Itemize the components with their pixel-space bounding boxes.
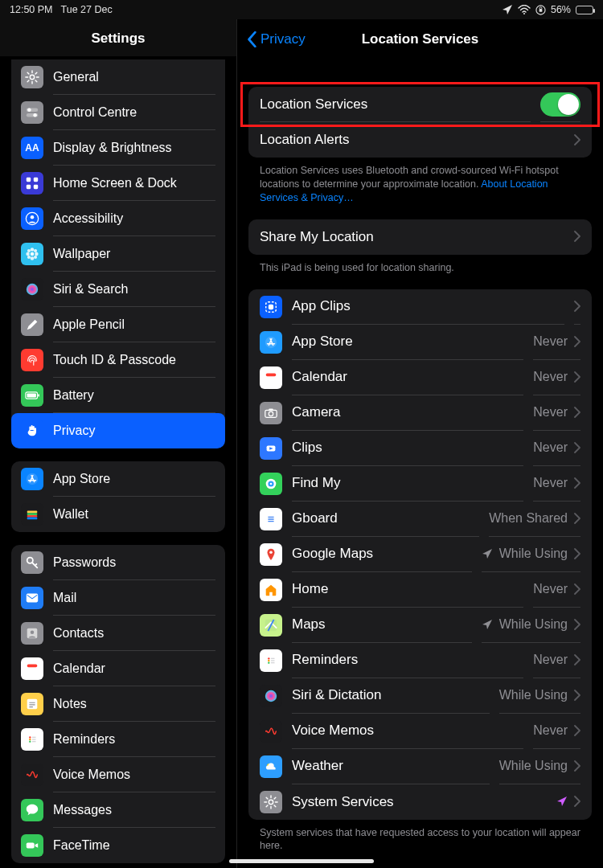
calendar-app-icon: [21, 657, 43, 680]
sidebar-item-label: Wallet: [53, 507, 88, 522]
sidebar-item-label: Notes: [53, 697, 87, 711]
row-loc-services[interactable]: Location Services: [248, 87, 592, 122]
app-label: Voice Memos: [292, 723, 374, 739]
sidebar-item-home-screen[interactable]: Home Screen & Dock: [11, 166, 225, 201]
app-row-gmaps[interactable]: Google MapsWhile Using: [248, 537, 592, 572]
app-label: Siri & Dictation: [292, 687, 381, 703]
chevron-right-icon: [574, 231, 580, 242]
sidebar-item-facetime[interactable]: FaceTime: [11, 828, 225, 863]
chevron-right-icon: [574, 134, 580, 145]
app-row-home[interactable]: HomeNever: [248, 572, 592, 608]
chevron-right-icon: [574, 548, 580, 559]
chevron-right-icon: [574, 301, 580, 312]
sidebar-item-calendar-app[interactable]: Calendar: [11, 651, 225, 686]
chevron-right-icon: [574, 513, 580, 524]
app-row-calendar[interactable]: CalendarNever: [248, 360, 592, 395]
battery-pct: 56%: [551, 4, 571, 15]
app-status: While Using: [499, 547, 568, 561]
app-status: Never: [533, 370, 568, 384]
app-row-clips[interactable]: ClipsNever: [248, 431, 592, 466]
sidebar-item-accessibility[interactable]: Accessibility: [11, 201, 225, 236]
app-label: Camera: [292, 404, 340, 420]
reminders-app-icon: [21, 728, 43, 751]
sidebar-item-reminders-app[interactable]: Reminders: [11, 722, 225, 757]
chevron-right-icon: [574, 760, 580, 772]
sidebar-item-touchid[interactable]: Touch ID & Passcode: [11, 342, 225, 378]
status-time: 12:50 PM: [10, 4, 53, 15]
app-label: Home: [292, 581, 328, 597]
app-row-voicememos[interactable]: Voice MemosNever: [248, 714, 592, 749]
app-row-findmy[interactable]: Find MyNever: [248, 466, 592, 502]
app-row-reminders[interactable]: RemindersNever: [248, 643, 592, 678]
control-centre-icon: [21, 101, 43, 124]
status-date: Tue 27 Dec: [61, 4, 113, 15]
appstore2-icon: [260, 331, 282, 354]
chevron-right-icon: [574, 442, 580, 453]
appstore-icon: [21, 468, 43, 490]
apps-footer-text: System services that have requested acce…: [248, 820, 592, 854]
sidebar-item-general[interactable]: General: [11, 59, 225, 95]
sidebar-item-privacy[interactable]: Privacy: [11, 413, 225, 448]
chevron-right-icon: [574, 654, 580, 665]
app-row-camera[interactable]: CameraNever: [248, 395, 592, 431]
home-screen-icon: [21, 172, 43, 194]
app-status: Never: [533, 476, 568, 490]
app-label: System Services: [292, 794, 394, 810]
chevron-right-icon: [574, 690, 580, 701]
sidebar-item-wallet[interactable]: Wallet: [11, 497, 225, 532]
chevron-right-icon: [574, 619, 580, 630]
findmy-icon: [260, 473, 282, 495]
sidebar-item-battery[interactable]: Battery: [11, 378, 225, 413]
chevron-right-icon: [574, 583, 580, 595]
sidebar-item-siri[interactable]: Siri & Search: [11, 272, 225, 307]
sidebar-item-label: Display & Brightness: [53, 141, 172, 155]
rotation-lock-icon: [535, 5, 546, 15]
sidebar-item-messages[interactable]: Messages: [11, 792, 225, 828]
system-icon: [260, 791, 282, 813]
chevron-right-icon: [574, 336, 580, 347]
sidebar-item-contacts[interactable]: Contacts: [11, 616, 225, 651]
sidebar-item-passwords[interactable]: Passwords: [11, 545, 225, 580]
pencil-icon: [21, 313, 43, 336]
home-indicator[interactable]: [229, 859, 374, 863]
sidebar-item-voice-memos-app[interactable]: Voice Memos: [11, 757, 225, 792]
sidebar-item-notes[interactable]: Notes: [11, 686, 225, 722]
sidebar-item-display[interactable]: AADisplay & Brightness: [11, 130, 225, 166]
sidebar-item-pencil[interactable]: Apple Pencil: [11, 307, 225, 342]
sidebar-item-wallpaper[interactable]: Wallpaper: [11, 236, 225, 272]
app-status: When Shared: [489, 511, 568, 526]
row-label: Share My Location: [260, 229, 374, 245]
sidebar-item-appstore[interactable]: App Store: [11, 461, 225, 497]
app-row-appstore2[interactable]: App StoreNever: [248, 325, 592, 360]
app-label: Weather: [292, 758, 343, 774]
app-row-system[interactable]: System Services: [248, 784, 592, 820]
sidebar-item-mail[interactable]: Mail: [11, 580, 225, 616]
app-row-gboard[interactable]: GboardWhen Shared: [248, 502, 592, 537]
location-arrow-icon: [502, 4, 513, 15]
row-share-location[interactable]: Share My Location: [248, 219, 592, 255]
app-label: Clips: [292, 440, 322, 456]
app-status: While Using: [499, 759, 568, 773]
row-loc-alerts[interactable]: Location Alerts: [248, 122, 592, 158]
home-icon: [260, 579, 282, 601]
app-row-siri2[interactable]: Siri & DictationWhile Using: [248, 678, 592, 714]
chevron-right-icon: [574, 477, 580, 489]
app-row-appclips[interactable]: App Clips: [248, 289, 592, 325]
location-services-toggle[interactable]: [540, 92, 580, 117]
clips-icon: [260, 437, 282, 460]
sidebar-item-control-centre[interactable]: Control Centre: [11, 95, 225, 130]
chevron-right-icon: [574, 407, 580, 418]
app-row-maps[interactable]: MapsWhile Using: [248, 608, 592, 643]
app-row-weather[interactable]: WeatherWhile Using: [248, 749, 592, 784]
messages-icon: [21, 799, 43, 821]
app-status: While Using: [499, 617, 568, 632]
calendar-icon: [260, 366, 282, 389]
weather-icon: [260, 755, 282, 778]
sidebar-item-label: General: [53, 70, 99, 84]
back-button[interactable]: Privacy: [247, 31, 306, 47]
general-icon: [21, 66, 43, 88]
location-arrow-icon: [556, 796, 568, 807]
app-status: Never: [533, 653, 568, 667]
app-label: Calendar: [292, 369, 347, 385]
sidebar-item-label: Contacts: [53, 626, 104, 641]
